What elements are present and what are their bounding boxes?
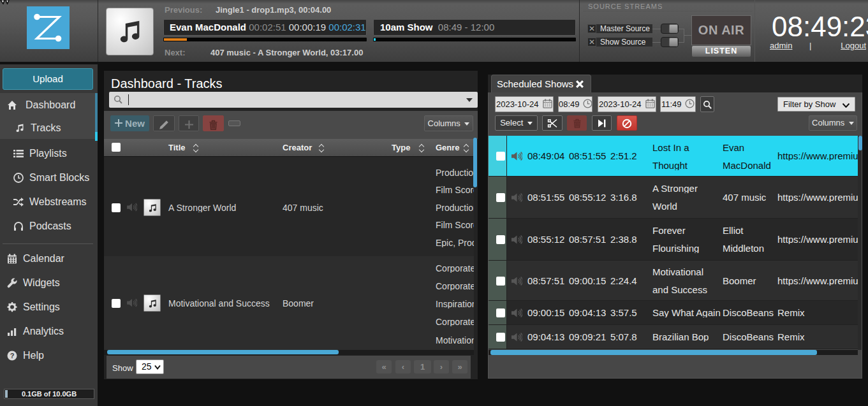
svg-text:?: ? xyxy=(10,352,15,359)
